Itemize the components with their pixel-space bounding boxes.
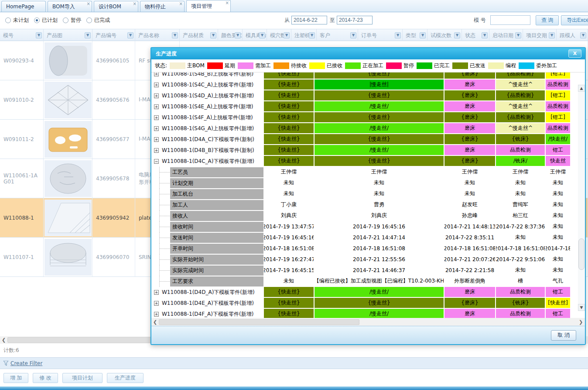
close-icon[interactable]: X bbox=[568, 49, 581, 58]
project-plan-button[interactable]: 项目计划 bbox=[62, 373, 103, 383]
status-cell[interactable]: ^慢走丝^ bbox=[496, 123, 546, 133]
status-cell[interactable]: {铣床} bbox=[496, 134, 546, 144]
status-cell[interactable]: {磨床} bbox=[444, 90, 496, 100]
filter-dropdown-icon[interactable]: ▼ bbox=[482, 32, 488, 38]
column-header[interactable]: 注塑机▼ bbox=[291, 29, 317, 41]
status-cell[interactable]: |慢走丝| bbox=[315, 79, 444, 90]
status-cell[interactable]: /慢走丝/ bbox=[315, 287, 444, 297]
expand-icon[interactable]: + bbox=[154, 137, 159, 142]
filter-dropdown-icon[interactable]: ▼ bbox=[420, 32, 426, 38]
tab-material-stop[interactable]: 物料停止× bbox=[140, 1, 185, 12]
status-cell[interactable]: {慢走丝} bbox=[315, 72, 444, 79]
export-excel-button[interactable]: 导出Excel bbox=[561, 15, 588, 25]
create-filter-link[interactable]: Create Filter bbox=[10, 360, 42, 366]
column-header[interactable]: 订单号▼ bbox=[358, 29, 403, 41]
radio-icon[interactable] bbox=[5, 17, 11, 23]
status-cell[interactable]: {慢走丝} bbox=[315, 156, 444, 166]
status-cell[interactable]: /快走丝/ bbox=[546, 134, 571, 144]
column-header[interactable]: 启动日期▼ bbox=[489, 29, 523, 41]
column-header[interactable]: 模具寿命▼ bbox=[243, 29, 267, 41]
production-progress-button[interactable]: 生产进度 bbox=[107, 373, 144, 383]
status-cell[interactable]: /慢走丝/ bbox=[315, 123, 444, 133]
tab-project-management[interactable]: 项目管理× bbox=[186, 0, 231, 12]
close-icon[interactable]: × bbox=[133, 1, 137, 7]
status-cell[interactable]: 磨床 bbox=[444, 79, 496, 90]
status-cell[interactable]: 品质检测 bbox=[496, 287, 546, 297]
radio-icon[interactable] bbox=[63, 17, 68, 23]
radio-paused[interactable]: 暂停 bbox=[63, 17, 81, 24]
filter-dropdown-icon[interactable]: ▼ bbox=[127, 32, 133, 38]
status-cell[interactable]: /铣床/ bbox=[496, 156, 546, 166]
status-cell[interactable]: 品质检测 bbox=[546, 79, 571, 90]
column-header[interactable]: 产品编号▼ bbox=[92, 29, 135, 41]
grid-vertical-scrollbar[interactable]: ▲ ▼ bbox=[578, 85, 585, 311]
process-row[interactable]: +W110088-1(D4B_B)下模板零件(新制){快走丝}/慢走丝/磨床品质… bbox=[151, 145, 571, 156]
scroll-left-icon[interactable]: ❮ bbox=[151, 319, 159, 325]
mold-no-input[interactable] bbox=[490, 15, 530, 25]
radio-icon[interactable] bbox=[86, 17, 92, 23]
add-button[interactable]: 增 加 bbox=[3, 373, 28, 383]
expand-icon[interactable]: + bbox=[154, 126, 159, 131]
expand-icon[interactable]: + bbox=[154, 290, 159, 295]
filter-dropdown-icon[interactable]: ▼ bbox=[309, 32, 315, 38]
tab-homepage[interactable]: HomePage bbox=[1, 1, 46, 12]
column-header[interactable]: 产品材质▼ bbox=[180, 29, 218, 41]
radio-completed[interactable]: 已完成 bbox=[86, 17, 110, 24]
status-cell[interactable]: 钳工 bbox=[546, 309, 571, 319]
status-cell[interactable]: 磨床 bbox=[444, 287, 496, 297]
status-cell[interactable]: {慢走丝} bbox=[315, 112, 444, 122]
process-row[interactable]: +W110088-1(S4C_A)上脱板零件(新增){快走丝}|慢走丝|磨床^慢… bbox=[151, 79, 571, 90]
status-cell[interactable]: [钳工] bbox=[546, 72, 571, 79]
radio-unplanned[interactable]: 未计划 bbox=[5, 17, 29, 24]
status-cell[interactable]: {磨床} bbox=[444, 156, 496, 166]
filter-dropdown-icon[interactable]: ▼ bbox=[85, 32, 91, 38]
tab-bom-import[interactable]: BOM导入× bbox=[48, 1, 92, 12]
status-cell[interactable]: {快走丝} bbox=[264, 134, 315, 144]
status-cell[interactable]: {快走丝} bbox=[264, 309, 315, 319]
status-cell[interactable]: {磨床} bbox=[444, 134, 496, 144]
status-cell[interactable]: {磨床} bbox=[444, 72, 496, 79]
status-cell[interactable]: ^慢走丝^ bbox=[496, 101, 546, 111]
modify-button[interactable]: 修 改 bbox=[33, 373, 58, 383]
status-cell[interactable]: /慢走丝/ bbox=[315, 145, 444, 155]
status-cell[interactable]: /慢走丝/ bbox=[315, 101, 444, 111]
status-cell[interactable]: 磨床 bbox=[444, 123, 496, 133]
status-cell[interactable]: 品质检测 bbox=[546, 101, 571, 111]
filter-dropdown-icon[interactable]: ▼ bbox=[259, 32, 265, 38]
status-cell[interactable]: 品质检测 bbox=[546, 123, 571, 133]
cancel-button[interactable]: 取 消 bbox=[551, 330, 576, 341]
filter-dropdown-icon[interactable]: ▼ bbox=[36, 32, 42, 38]
status-cell[interactable]: {铣床} bbox=[496, 298, 546, 308]
status-cell[interactable]: {快走丝} bbox=[264, 123, 315, 133]
date-to-input[interactable] bbox=[337, 16, 373, 24]
status-cell[interactable]: 磨床 bbox=[444, 101, 496, 111]
process-row[interactable]: +W110088-1(S4E_A)上脱板零件(新增){快走丝}/慢走丝/磨床^慢… bbox=[151, 101, 571, 112]
column-header[interactable]: 跟模人▼ bbox=[557, 29, 588, 41]
status-cell[interactable]: {品质检测} bbox=[496, 90, 546, 100]
expand-icon[interactable]: + bbox=[154, 115, 159, 120]
date-from-input[interactable] bbox=[291, 16, 327, 24]
scroll-left-icon[interactable]: ❮ bbox=[0, 337, 7, 343]
filter-dropdown-icon[interactable]: ▼ bbox=[395, 32, 401, 38]
status-cell[interactable]: 快走丝 bbox=[546, 156, 571, 166]
column-header[interactable]: 状态▼ bbox=[462, 29, 489, 41]
process-row[interactable]: −W110088-1(D4C_A)下模板零件(新增){快走丝}{慢走丝}{磨床}… bbox=[151, 156, 571, 167]
status-cell[interactable]: {快走丝} bbox=[264, 298, 315, 308]
status-cell[interactable]: [钳工] bbox=[546, 112, 571, 122]
status-cell[interactable]: {快走丝} bbox=[264, 145, 315, 155]
status-cell[interactable]: [快走丝] bbox=[546, 298, 571, 308]
status-cell[interactable]: ^慢走丝^ bbox=[496, 79, 546, 90]
grid-horizontal-scrollbar[interactable]: ❮ ❯ bbox=[151, 318, 585, 326]
close-icon[interactable]: × bbox=[87, 1, 90, 7]
status-cell[interactable]: 品质检测 bbox=[496, 145, 546, 155]
process-row[interactable]: +W110088-1(S4D_A)上脱板零件(新增){快走丝}{慢走丝}{磨床}… bbox=[151, 90, 571, 101]
status-cell[interactable]: {快走丝} bbox=[264, 72, 315, 79]
process-row[interactable]: +W110088-1(S4B_B)上脱板零件(新制){快走丝}{慢走丝}{磨床}… bbox=[151, 72, 571, 79]
column-header[interactable]: 客户▼ bbox=[317, 29, 358, 41]
expand-icon[interactable]: + bbox=[154, 104, 159, 109]
process-row[interactable]: +W110088-1(D4D_A)下模板零件(新增){快走丝}/慢走丝/磨床品质… bbox=[151, 287, 571, 298]
process-row[interactable]: +W110088-1(D4F_A)下模板零件(新增){快走丝}/慢走丝/磨床品质… bbox=[151, 309, 571, 319]
grid-hscrollbar-thumb[interactable] bbox=[159, 319, 359, 325]
status-cell[interactable]: 钳工 bbox=[546, 287, 571, 297]
column-header[interactable]: 类型▼ bbox=[403, 29, 427, 41]
